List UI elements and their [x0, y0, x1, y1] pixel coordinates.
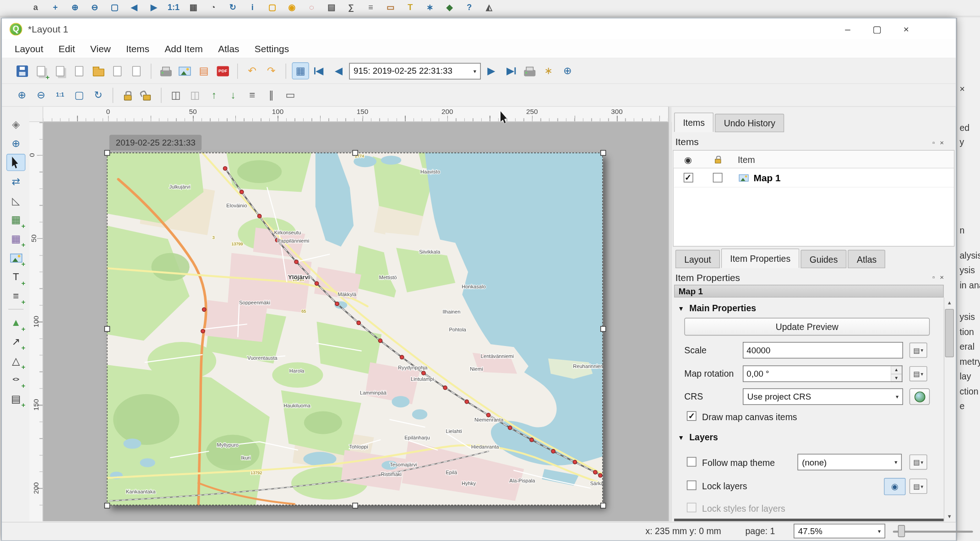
undo-icon[interactable]: ↶: [244, 62, 261, 79]
update-preview-button[interactable]: Update Preview: [684, 318, 930, 335]
atlas-first-feature-icon[interactable]: ◀: [311, 62, 328, 79]
add-label-tool[interactable]: T+: [6, 268, 26, 285]
add-legend-tool[interactable]: ≡+: [6, 287, 26, 304]
move-item-content-tool[interactable]: ⇄: [6, 173, 26, 190]
resize-handle[interactable]: [600, 503, 606, 508]
crs-select-button[interactable]: [909, 388, 930, 405]
scrollbar-thumb[interactable]: [945, 309, 954, 357]
layout-canvas[interactable]: 2019-02-25 22:31:33: [43, 122, 671, 521]
zoom-slider-handle[interactable]: [898, 525, 905, 537]
lock-styles-checkbox[interactable]: [687, 503, 697, 512]
save-layout-icon[interactable]: [13, 62, 30, 79]
zoom-level-combo[interactable]: 47.5% ▾: [794, 524, 885, 538]
map-rotation-input[interactable]: [743, 366, 892, 382]
menu-view[interactable]: View: [82, 39, 118, 58]
menu-items[interactable]: Items: [119, 39, 157, 58]
resize-handle[interactable]: [600, 150, 606, 156]
spin-down-icon[interactable]: ▼: [891, 374, 902, 381]
export-pdf-icon[interactable]: PDF: [214, 62, 231, 79]
resize-handle[interactable]: [352, 150, 358, 156]
float-panel-icon[interactable]: ▫: [932, 273, 935, 281]
save-as-template-icon[interactable]: [109, 62, 125, 79]
lock-layers-preview-button[interactable]: ◉: [884, 478, 905, 495]
menu-add-item[interactable]: Add Item: [157, 39, 211, 58]
lower-items-icon[interactable]: ↓: [224, 87, 241, 103]
zoom-out-icon[interactable]: ⊖: [33, 87, 49, 103]
atlas-feature-combo[interactable]: 915: 2019-02-25 22:31:33▾: [349, 63, 480, 79]
close-button[interactable]: ×: [892, 18, 921, 39]
maximize-button[interactable]: ▢: [862, 18, 892, 39]
redo-icon[interactable]: ↷: [263, 62, 280, 79]
float-panel-icon[interactable]: ▫: [932, 139, 935, 146]
atlas-previous-feature-icon[interactable]: ◀: [330, 62, 347, 79]
refresh-view-icon[interactable]: ↻: [90, 87, 107, 103]
item-visibility-checkbox[interactable]: [683, 173, 693, 183]
add-picture-tool[interactable]: +: [6, 249, 26, 266]
resize-items-icon[interactable]: ▭: [282, 87, 299, 103]
atlas-settings-icon[interactable]: ∗: [540, 62, 557, 79]
add-shape-tool[interactable]: ▲+: [6, 314, 26, 331]
lock-layers-data-defined-button[interactable]: [909, 479, 927, 494]
menu-edit[interactable]: Edit: [51, 39, 82, 58]
resize-handle[interactable]: [352, 503, 358, 508]
export-svg-icon[interactable]: ▤: [195, 62, 212, 79]
rotation-spinner[interactable]: ▲▼: [891, 366, 903, 382]
pan-layout-tool[interactable]: ◈: [6, 116, 26, 133]
lock-layers-checkbox[interactable]: [687, 481, 697, 490]
dropdown-arrow-icon[interactable]: ▾: [470, 68, 477, 74]
lock-items-icon[interactable]: [119, 87, 136, 103]
table-row[interactable]: Map 1: [674, 168, 954, 188]
export-image-icon[interactable]: [176, 62, 193, 79]
menu-layout[interactable]: Layout: [7, 39, 51, 58]
layout-manager-icon[interactable]: [71, 62, 87, 79]
open-template-icon[interactable]: [90, 62, 107, 79]
ungroup-items-icon[interactable]: ◫: [186, 87, 203, 103]
zoom-to-feature-icon[interactable]: ⊕: [559, 62, 576, 79]
atlas-timestamp-label-item[interactable]: 2019-02-25 22:31:33: [109, 135, 202, 151]
zoom-layout-tool[interactable]: ⊕: [6, 135, 26, 151]
menu-atlas[interactable]: Atlas: [210, 39, 247, 58]
tab-atlas[interactable]: Atlas: [848, 250, 886, 268]
resize-handle[interactable]: [104, 326, 110, 331]
edit-nodes-item-tool[interactable]: ◺: [6, 192, 26, 209]
minimize-button[interactable]: –: [833, 18, 862, 39]
tab-undo-history[interactable]: Undo History: [715, 114, 784, 132]
draw-map-canvas-items-checkbox[interactable]: [687, 411, 697, 421]
add-html-tool[interactable]: <>+: [6, 371, 26, 388]
print-icon[interactable]: [157, 62, 174, 79]
select-move-item-tool[interactable]: [6, 154, 26, 171]
load-template-icon[interactable]: [128, 62, 145, 79]
scroll-up-icon[interactable]: ▲: [944, 298, 954, 308]
item-lock-checkbox[interactable]: [713, 173, 723, 183]
follow-map-theme-checkbox[interactable]: [687, 457, 697, 466]
theme-data-defined-button[interactable]: [909, 454, 927, 470]
rotation-data-defined-button[interactable]: [909, 366, 927, 381]
align-items-icon[interactable]: ≡: [244, 87, 261, 103]
scroll-down-icon[interactable]: ▼: [944, 511, 954, 521]
duplicate-layout-icon[interactable]: [51, 62, 68, 79]
add-map-tool[interactable]: ▦+: [6, 211, 26, 228]
tab-guides[interactable]: Guides: [800, 250, 846, 268]
add-node-item-tool[interactable]: △+: [6, 352, 26, 369]
resize-handle[interactable]: [600, 326, 606, 331]
unlock-items-icon[interactable]: [138, 87, 155, 103]
tab-layout[interactable]: Layout: [675, 250, 720, 268]
properties-scrollbar[interactable]: ▲ ▼: [944, 298, 955, 521]
group-items-icon[interactable]: ◫: [167, 87, 184, 103]
atlas-preview-icon[interactable]: ▦: [292, 62, 309, 79]
resize-handle[interactable]: [104, 150, 110, 156]
close-panel-icon[interactable]: ×: [940, 273, 944, 281]
atlas-next-feature-icon[interactable]: ▶: [483, 62, 500, 79]
crs-combo[interactable]: Use project CRS ▾: [743, 388, 903, 405]
group-main-properties[interactable]: ▼ Main Properties: [678, 303, 756, 313]
add-arrow-tool[interactable]: ↗+: [6, 333, 26, 350]
menu-settings[interactable]: Settings: [247, 39, 297, 58]
print-atlas-icon[interactable]: [521, 62, 538, 79]
tab-items[interactable]: Items: [674, 113, 713, 132]
atlas-last-feature-icon[interactable]: ▶: [502, 62, 519, 79]
close-panel-icon[interactable]: ×: [940, 139, 944, 146]
new-layout-icon[interactable]: +: [33, 62, 49, 79]
panel-splitter[interactable]: [669, 107, 672, 521]
resize-handle[interactable]: [104, 503, 110, 508]
group-layers[interactable]: ▼ Layers: [678, 432, 718, 442]
